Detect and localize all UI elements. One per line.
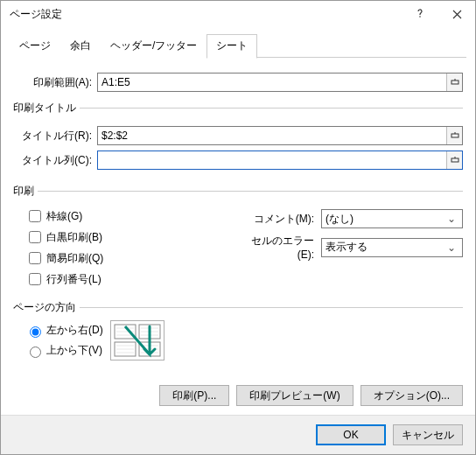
page-order-group: ページの方向 左から右(D) 上から下(V) bbox=[13, 300, 463, 360]
draft-check[interactable]: 簡易印刷(Q) bbox=[25, 249, 244, 267]
svg-rect-1 bbox=[452, 80, 458, 84]
print-area-field[interactable] bbox=[97, 73, 463, 92]
print-titles-legend: 印刷タイトル bbox=[13, 101, 80, 116]
print-area-label: 印刷範囲(A): bbox=[13, 75, 97, 90]
gridlines-check[interactable]: 枠線(G) bbox=[25, 207, 244, 225]
bw-check[interactable]: 白黒印刷(B) bbox=[25, 228, 244, 246]
ttb-radio[interactable]: 上から下(V) bbox=[25, 343, 103, 358]
collapse-icon[interactable] bbox=[446, 127, 462, 144]
collapse-icon[interactable] bbox=[446, 74, 462, 91]
dialog-title: ページ設定 bbox=[10, 7, 402, 22]
preview-button[interactable]: 印刷プレビュー(W) bbox=[236, 385, 353, 406]
errors-select[interactable]: 表示する⌄ bbox=[321, 238, 463, 257]
print-titles-group: 印刷タイトル タイトル行(R): タイトル列(C): bbox=[13, 101, 463, 175]
tab-headerfooter[interactable]: ヘッダー/フッター bbox=[101, 34, 206, 58]
title-row-label: タイトル行(R): bbox=[13, 129, 97, 144]
print-area-input[interactable] bbox=[98, 74, 446, 91]
options-button[interactable]: オプション(O)... bbox=[360, 385, 463, 406]
help-button[interactable] bbox=[402, 1, 438, 27]
collapse-icon[interactable] bbox=[446, 151, 462, 169]
print-legend: 印刷 bbox=[13, 184, 38, 199]
title-row-input[interactable] bbox=[98, 127, 446, 144]
cancel-button[interactable]: キャンセル bbox=[393, 424, 463, 445]
page-order-legend: ページの方向 bbox=[13, 300, 80, 315]
close-button[interactable] bbox=[438, 1, 475, 27]
comments-select[interactable]: (なし)⌄ bbox=[321, 209, 463, 228]
print-button[interactable]: 印刷(P)... bbox=[159, 385, 229, 406]
rowcol-check[interactable]: 行列番号(L) bbox=[25, 270, 244, 288]
tab-bar: ページ 余白 ヘッダー/フッター シート bbox=[1, 27, 475, 59]
action-buttons: 印刷(P)... 印刷プレビュー(W) オプション(O)... bbox=[1, 380, 475, 415]
chevron-down-icon: ⌄ bbox=[444, 213, 458, 225]
ok-button[interactable]: OK bbox=[316, 424, 386, 445]
title-col-input[interactable] bbox=[98, 151, 446, 169]
errors-label: セルのエラー(E): bbox=[244, 234, 321, 261]
tab-sheet[interactable]: シート bbox=[206, 34, 257, 59]
tab-content: 印刷範囲(A): 印刷タイトル タイトル行(R): タイトル列(C): 印刷 bbox=[1, 59, 475, 380]
dialog-footer: OK キャンセル bbox=[1, 415, 475, 454]
chevron-down-icon: ⌄ bbox=[444, 242, 458, 254]
svg-rect-3 bbox=[452, 158, 458, 162]
print-group: 印刷 枠線(G) 白黒印刷(B) 簡易印刷(Q) 行列番号(L) コメント(M)… bbox=[13, 184, 463, 291]
tab-page[interactable]: ページ bbox=[10, 34, 60, 58]
page-order-preview bbox=[110, 320, 164, 360]
ltr-radio[interactable]: 左から右(D) bbox=[25, 323, 103, 338]
titlebar: ページ設定 bbox=[1, 1, 475, 27]
title-col-field[interactable] bbox=[97, 150, 463, 170]
svg-point-0 bbox=[419, 16, 421, 18]
title-row-field[interactable] bbox=[97, 126, 463, 145]
tab-margin[interactable]: 余白 bbox=[60, 34, 101, 58]
comments-label: コメント(M): bbox=[244, 212, 321, 227]
svg-rect-2 bbox=[452, 134, 458, 137]
title-col-label: タイトル列(C): bbox=[13, 153, 97, 168]
